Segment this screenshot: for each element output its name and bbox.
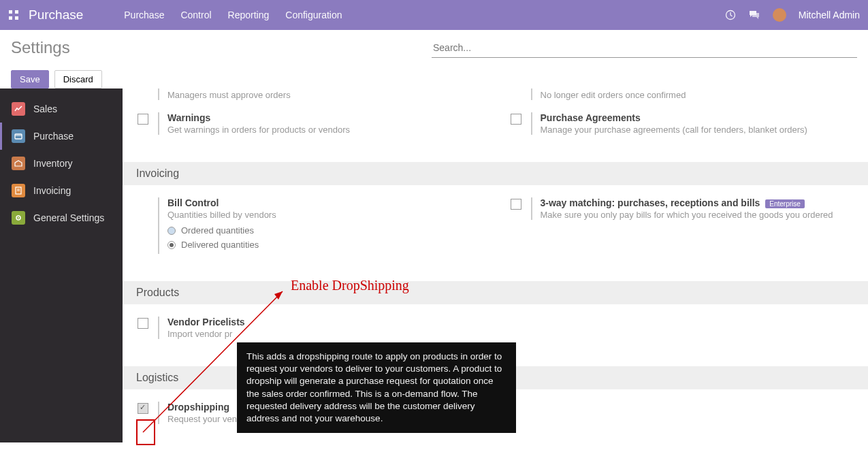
nav-control[interactable]: Control — [180, 10, 211, 20]
inventory-icon — [12, 157, 25, 170]
sidebar-item-label: Invoicing — [33, 185, 71, 196]
option-desc: Import vendor pr — [167, 329, 245, 339]
radio-icon — [167, 227, 176, 235]
option-desc: Managers must approve orders — [167, 90, 291, 100]
option-title: Bill Control — [167, 197, 276, 208]
svg-rect-2 — [9, 16, 12, 20]
enterprise-badge: Enterprise — [765, 199, 805, 208]
save-button[interactable]: Save — [11, 70, 49, 88]
discard-button[interactable]: Discard — [54, 70, 102, 88]
checkbox-vendor-pricelists[interactable] — [138, 318, 148, 329]
clock-icon[interactable] — [725, 10, 736, 20]
option-desc: No longer edit orders once confirmed — [541, 90, 686, 100]
option-desc: Manage your purchase agreements (call fo… — [541, 125, 807, 135]
radio-delivered-quantities[interactable]: Delivered quantities — [167, 240, 276, 250]
svg-rect-3 — [15, 16, 18, 20]
settings-sidebar: Sales Purchase Inventory Invoicing Gener… — [0, 88, 123, 442]
sidebar-item-label: Inventory — [33, 158, 73, 169]
sidebar-item-purchase[interactable]: Purchase — [0, 123, 123, 150]
sidebar-item-label: Purchase — [33, 131, 74, 142]
tooltip-dropshipping: This adds a dropshipping route to apply … — [237, 342, 516, 433]
option-title: Purchase Agreements — [541, 112, 807, 123]
svg-rect-0 — [9, 10, 12, 14]
nav-configuration[interactable]: Configuration — [285, 10, 342, 20]
invoicing-icon — [12, 184, 25, 197]
subheader: Settings Save Discard — [0, 30, 868, 88]
option-title: Vendor Pricelists — [167, 317, 245, 327]
radio-label: Ordered quantities — [181, 225, 254, 236]
avatar[interactable] — [773, 8, 786, 22]
section-products: Products — [123, 281, 868, 304]
checkbox-purchase-agreements[interactable] — [511, 114, 521, 125]
page-title: Settings — [11, 38, 70, 57]
section-invoicing: Invoicing — [123, 162, 868, 185]
app-title[interactable]: Purchase — [29, 7, 83, 22]
purchase-icon — [12, 129, 25, 143]
checkbox-warnings[interactable] — [138, 114, 148, 125]
option-desc: Quantities billed by vendors — [167, 210, 276, 220]
chat-icon[interactable] — [748, 10, 760, 20]
option-title: 3-way matching: purchases, receptions an… — [541, 197, 833, 208]
user-name[interactable]: Mitchell Admin — [799, 10, 860, 20]
sidebar-item-sales[interactable]: Sales — [0, 95, 123, 123]
option-desc: Get warnings in orders for products or v… — [167, 125, 350, 135]
checkbox-dropshipping[interactable] — [138, 403, 148, 414]
radio-ordered-quantities[interactable]: Ordered quantities — [167, 225, 276, 236]
svg-point-8 — [18, 217, 19, 219]
option-desc: Make sure you only pay bills for which y… — [541, 210, 833, 220]
svg-rect-5 — [15, 134, 22, 139]
radio-icon — [167, 241, 176, 249]
topbar: Purchase Purchase Control Reporting Conf… — [0, 0, 868, 30]
sidebar-item-label: Sales — [33, 103, 57, 114]
radio-label: Delivered quantities — [181, 240, 259, 250]
nav-reporting[interactable]: Reporting — [228, 10, 270, 20]
apps-icon[interactable] — [8, 10, 19, 20]
svg-rect-1 — [15, 10, 18, 14]
sidebar-item-label: General Settings — [33, 212, 104, 223]
topnav: Purchase Control Reporting Configuration — [124, 10, 342, 20]
nav-purchase[interactable]: Purchase — [124, 10, 164, 20]
sidebar-item-inventory[interactable]: Inventory — [0, 150, 123, 177]
search-input[interactable] — [432, 38, 857, 58]
gear-icon — [12, 211, 25, 225]
sales-icon — [12, 102, 25, 116]
checkbox-3way-matching[interactable] — [511, 199, 521, 210]
option-title: Warnings — [167, 112, 350, 123]
sidebar-item-general-settings[interactable]: General Settings — [0, 204, 123, 231]
sidebar-item-invoicing[interactable]: Invoicing — [0, 177, 123, 204]
